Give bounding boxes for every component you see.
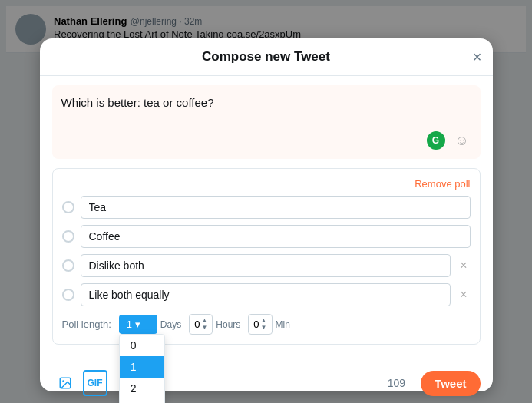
min-group: 0 ▲ ▼ Min: [248, 314, 290, 335]
char-count: 109: [388, 377, 405, 389]
poll-input-3[interactable]: [81, 254, 451, 277]
poll-radio-3[interactable]: [62, 259, 74, 272]
image-icon: [58, 376, 72, 390]
hours-value: 0: [194, 319, 200, 330]
poll-clear-4[interactable]: ×: [457, 288, 470, 302]
poll-radio-2[interactable]: [62, 230, 74, 243]
hours-select[interactable]: 0 ▲ ▼: [189, 314, 213, 335]
hours-down-button[interactable]: ▼: [201, 325, 207, 331]
poll-input-2[interactable]: [81, 225, 471, 248]
footer-right: 109 Tweet: [388, 371, 481, 396]
close-button[interactable]: ×: [473, 49, 482, 64]
poll-option-1: [62, 196, 471, 219]
min-up-button[interactable]: ▲: [261, 318, 267, 324]
days-button[interactable]: 1 ▾: [119, 315, 157, 334]
min-label: Min: [276, 319, 290, 330]
emoji-icon[interactable]: ☺: [453, 131, 471, 150]
modal-overlay: Compose new Tweet × Which is better: tea…: [0, 0, 532, 403]
poll-option-3: ×: [62, 254, 471, 277]
poll-input-4[interactable]: [81, 283, 451, 306]
dropdown-item-0[interactable]: 0: [120, 335, 164, 356]
compose-modal: Compose new Tweet × Which is better: tea…: [40, 38, 493, 391]
dropdown-item-3[interactable]: 3: [120, 399, 164, 403]
poll-option-4: ×: [62, 283, 471, 306]
poll-clear-3[interactable]: ×: [457, 259, 470, 273]
gif-button[interactable]: GIF: [83, 370, 107, 396]
poll-section: Remove poll ×: [52, 168, 481, 345]
tweet-button[interactable]: Tweet: [421, 371, 480, 396]
svg-point-1: [62, 380, 64, 382]
grammarly-icon[interactable]: G: [427, 131, 445, 150]
remove-poll-row: Remove poll: [62, 178, 471, 190]
remove-poll-button[interactable]: Remove poll: [415, 178, 470, 190]
image-button[interactable]: [52, 370, 78, 396]
poll-length-row: Poll length: 1 ▾ 0 1 2: [62, 314, 471, 335]
hours-up-button[interactable]: ▲: [201, 318, 207, 324]
min-spinner[interactable]: ▲ ▼: [261, 318, 267, 331]
dropdown-item-1[interactable]: 1: [120, 356, 164, 378]
poll-option-2: [62, 225, 471, 248]
min-down-button[interactable]: ▼: [261, 325, 267, 331]
min-value: 0: [253, 319, 259, 330]
dropdown-item-2[interactable]: 2: [120, 378, 164, 399]
poll-radio-4[interactable]: [62, 289, 74, 301]
days-value: 1: [127, 319, 132, 330]
chevron-down-icon: ▾: [135, 319, 140, 330]
gif-icon: GIF: [88, 378, 103, 388]
compose-area: Which is better: tea or coffee? G ☺: [52, 85, 481, 159]
poll-input-1[interactable]: [81, 196, 471, 219]
days-label: Days: [160, 319, 181, 330]
hours-label: Hours: [216, 319, 240, 330]
modal-body: Which is better: tea or coffee? G ☺ Remo…: [40, 76, 493, 362]
poll-length-label: Poll length:: [62, 319, 111, 330]
days-dropdown[interactable]: 1 ▾ 0 1 2 3 4 5 6 7: [119, 315, 157, 334]
days-dropdown-list[interactable]: 0 1 2 3 4 5 6 7: [119, 334, 165, 403]
modal-footer: GIF 109 Tweet: [40, 362, 493, 403]
min-select[interactable]: 0 ▲ ▼: [248, 314, 272, 335]
hours-spinner[interactable]: ▲ ▼: [201, 318, 207, 331]
compose-icon-row: G ☺: [61, 131, 471, 150]
modal-header: Compose new Tweet ×: [40, 38, 493, 76]
modal-title: Compose new Tweet: [202, 49, 330, 64]
hours-group: 0 ▲ ▼ Hours: [189, 314, 240, 335]
compose-text[interactable]: Which is better: tea or coffee?: [61, 94, 471, 125]
days-group: 1 ▾ 0 1 2 3 4 5 6 7: [119, 315, 181, 334]
poll-radio-1[interactable]: [62, 201, 74, 213]
